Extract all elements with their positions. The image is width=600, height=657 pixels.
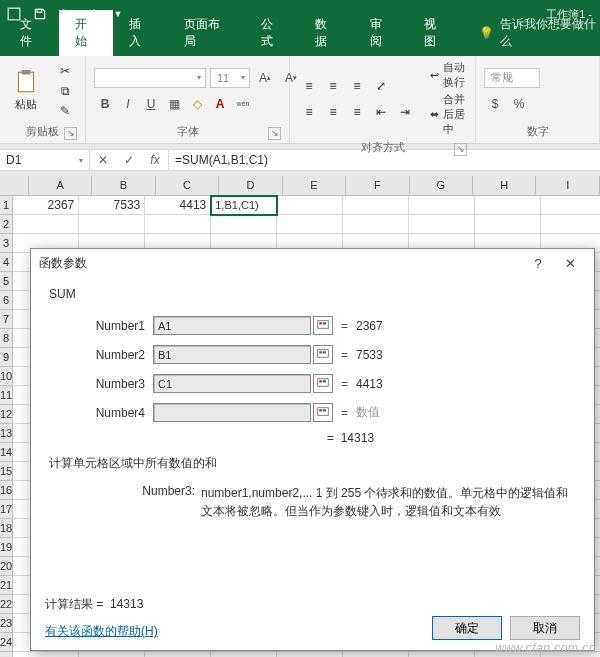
cell[interactable] bbox=[145, 215, 211, 234]
row-header[interactable]: 12 bbox=[0, 405, 13, 424]
row-header[interactable]: 20 bbox=[0, 557, 13, 576]
align-middle-icon[interactable]: ≡ bbox=[322, 76, 344, 96]
help-icon[interactable]: ? bbox=[522, 256, 554, 271]
row-header[interactable]: 19 bbox=[0, 538, 13, 557]
range-selector-icon[interactable] bbox=[313, 374, 333, 393]
column-header[interactable]: B bbox=[92, 176, 155, 195]
row-header[interactable]: 21 bbox=[0, 576, 13, 595]
bold-icon[interactable]: B bbox=[94, 94, 116, 114]
row-header[interactable]: 1 bbox=[0, 196, 13, 215]
accounting-icon[interactable]: $ bbox=[484, 94, 506, 114]
cell[interactable] bbox=[277, 652, 343, 657]
merge-center-button[interactable]: ⬌合并后居中 bbox=[430, 92, 467, 137]
select-all[interactable] bbox=[0, 176, 29, 195]
font-color-icon[interactable]: A bbox=[209, 94, 231, 114]
close-icon[interactable]: ✕ bbox=[554, 256, 586, 271]
range-selector-icon[interactable] bbox=[313, 316, 333, 335]
align-center-icon[interactable]: ≡ bbox=[322, 102, 344, 122]
font-launcher-icon[interactable]: ↘ bbox=[268, 127, 281, 140]
row-header[interactable]: 4 bbox=[0, 253, 13, 272]
row-header[interactable]: 16 bbox=[0, 481, 13, 500]
align-left-icon[interactable]: ≡ bbox=[298, 102, 320, 122]
cell[interactable]: 4413 bbox=[145, 196, 211, 215]
insert-function-icon[interactable]: fx bbox=[142, 153, 168, 167]
cell[interactable] bbox=[343, 652, 409, 657]
arg-input[interactable]: B1 bbox=[153, 345, 311, 364]
row-header[interactable]: 9 bbox=[0, 348, 13, 367]
row-header[interactable]: 23 bbox=[0, 614, 13, 633]
row-header[interactable]: 15 bbox=[0, 462, 13, 481]
copy-icon[interactable]: ⧉ bbox=[54, 82, 76, 100]
row-header[interactable]: 6 bbox=[0, 291, 13, 310]
format-painter-icon[interactable]: ✎ bbox=[54, 102, 76, 120]
fill-color-icon[interactable]: ◇ bbox=[186, 94, 208, 114]
tell-me[interactable]: 💡 告诉我你想要做什么 bbox=[479, 16, 600, 56]
row-header[interactable]: 25 bbox=[0, 652, 13, 657]
cancel-button[interactable]: 取消 bbox=[510, 616, 580, 640]
percent-icon[interactable]: % bbox=[508, 94, 530, 114]
cell[interactable]: 1,B1,C1) bbox=[211, 196, 277, 215]
row-header[interactable]: 3 bbox=[0, 234, 13, 253]
column-header[interactable]: A bbox=[29, 176, 92, 195]
cell[interactable] bbox=[541, 215, 600, 234]
orientation-icon[interactable]: ⤢ bbox=[370, 76, 392, 96]
function-help-link[interactable]: 有关该函数的帮助(H) bbox=[45, 624, 158, 638]
arg-input[interactable]: A1 bbox=[153, 316, 311, 335]
align-top-icon[interactable]: ≡ bbox=[298, 76, 320, 96]
column-header[interactable]: G bbox=[410, 176, 473, 195]
font-family-select[interactable]: ▾ bbox=[94, 68, 206, 88]
row-header[interactable]: 7 bbox=[0, 310, 13, 329]
cell[interactable] bbox=[475, 652, 541, 657]
cell[interactable] bbox=[277, 215, 343, 234]
column-header[interactable]: D bbox=[219, 176, 282, 195]
row-header[interactable]: 8 bbox=[0, 329, 13, 348]
arg-input[interactable] bbox=[153, 403, 311, 422]
row-header[interactable]: 13 bbox=[0, 424, 13, 443]
tab-layout[interactable]: 页面布局 bbox=[168, 10, 245, 56]
cell[interactable] bbox=[79, 215, 145, 234]
increase-font-icon[interactable]: A▴ bbox=[254, 68, 276, 88]
undo-icon[interactable] bbox=[56, 4, 76, 24]
paste-button[interactable]: 粘贴 bbox=[8, 69, 44, 112]
row-header[interactable]: 14 bbox=[0, 443, 13, 462]
indent-inc-icon[interactable]: ⇥ bbox=[394, 102, 416, 122]
row-header[interactable]: 5 bbox=[0, 272, 13, 291]
arg-input[interactable]: C1 bbox=[153, 374, 311, 393]
phonetic-icon[interactable]: wén bbox=[232, 94, 254, 114]
align-bottom-icon[interactable]: ≡ bbox=[346, 76, 368, 96]
cell[interactable] bbox=[145, 652, 211, 657]
row-header[interactable]: 10 bbox=[0, 367, 13, 386]
range-selector-icon[interactable] bbox=[313, 403, 333, 422]
name-box[interactable]: D1▾ bbox=[0, 150, 90, 170]
border-icon[interactable]: ▦ bbox=[163, 94, 185, 114]
cancel-formula-icon[interactable]: ✕ bbox=[90, 153, 116, 167]
ok-button[interactable]: 确定 bbox=[432, 616, 502, 640]
row-header[interactable]: 18 bbox=[0, 519, 13, 538]
cell[interactable] bbox=[475, 196, 541, 215]
cell[interactable] bbox=[409, 652, 475, 657]
cell[interactable] bbox=[475, 215, 541, 234]
qat-customize-icon[interactable]: ▼ bbox=[108, 4, 128, 24]
cut-icon[interactable]: ✂ bbox=[54, 62, 76, 80]
tab-data[interactable]: 数据 bbox=[299, 10, 354, 56]
cell[interactable] bbox=[277, 196, 343, 215]
wrap-text-button[interactable]: ↩自动换行 bbox=[430, 60, 467, 90]
redo-icon[interactable] bbox=[82, 4, 102, 24]
font-size-select[interactable]: 11▾ bbox=[210, 68, 250, 88]
column-header[interactable]: E bbox=[283, 176, 346, 195]
indent-dec-icon[interactable]: ⇤ bbox=[370, 102, 392, 122]
cell[interactable] bbox=[13, 215, 79, 234]
row-header[interactable]: 22 bbox=[0, 595, 13, 614]
tab-view[interactable]: 视图 bbox=[408, 10, 463, 56]
enter-formula-icon[interactable]: ✓ bbox=[116, 153, 142, 167]
cell[interactable] bbox=[79, 652, 145, 657]
cell[interactable] bbox=[409, 196, 475, 215]
number-format-select[interactable]: 常规 bbox=[484, 68, 540, 88]
column-header[interactable]: C bbox=[156, 176, 219, 195]
cell[interactable] bbox=[541, 652, 600, 657]
clipboard-launcher-icon[interactable]: ↘ bbox=[64, 127, 77, 140]
italic-icon[interactable]: I bbox=[117, 94, 139, 114]
tab-formulas[interactable]: 公式 bbox=[245, 10, 300, 56]
underline-icon[interactable]: U bbox=[140, 94, 162, 114]
cell[interactable] bbox=[343, 196, 409, 215]
